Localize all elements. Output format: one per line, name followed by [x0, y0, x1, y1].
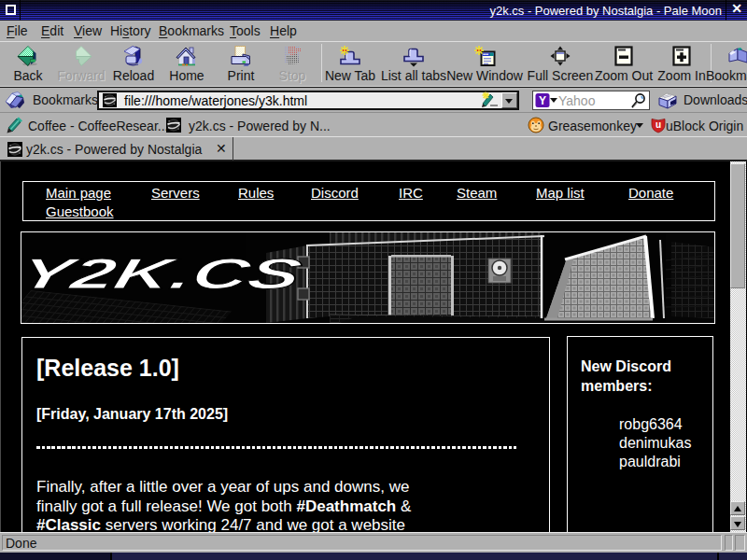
svg-text:Y: Y — [539, 94, 546, 107]
svg-text:Y2K.CS: Y2K.CS — [21, 250, 306, 298]
svg-text:u: u — [655, 119, 661, 130]
